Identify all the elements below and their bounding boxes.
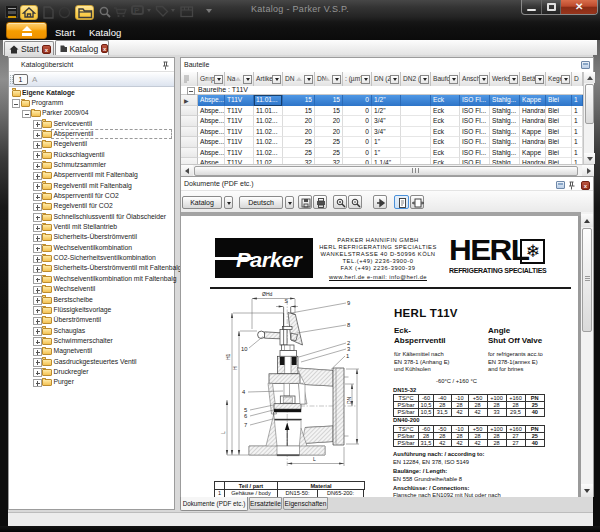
svg-text:S: S bbox=[285, 298, 289, 304]
svg-text:8: 8 bbox=[347, 322, 350, 328]
svg-text:1: 1 bbox=[346, 353, 349, 359]
svg-text:H1: H1 bbox=[225, 353, 231, 360]
svg-text:9: 9 bbox=[347, 300, 350, 306]
svg-text:4: 4 bbox=[242, 389, 246, 395]
svg-text:7: 7 bbox=[244, 422, 247, 428]
svg-text:3: 3 bbox=[347, 346, 350, 352]
svg-text:L: L bbox=[313, 456, 316, 462]
svg-text:DN: DN bbox=[346, 396, 352, 404]
svg-text:6: 6 bbox=[244, 413, 247, 419]
svg-text:L: L bbox=[220, 431, 226, 434]
svg-text:ØHd: ØHd bbox=[262, 291, 273, 297]
svg-text:H: H bbox=[232, 366, 238, 370]
svg-text:10: 10 bbox=[241, 346, 247, 352]
